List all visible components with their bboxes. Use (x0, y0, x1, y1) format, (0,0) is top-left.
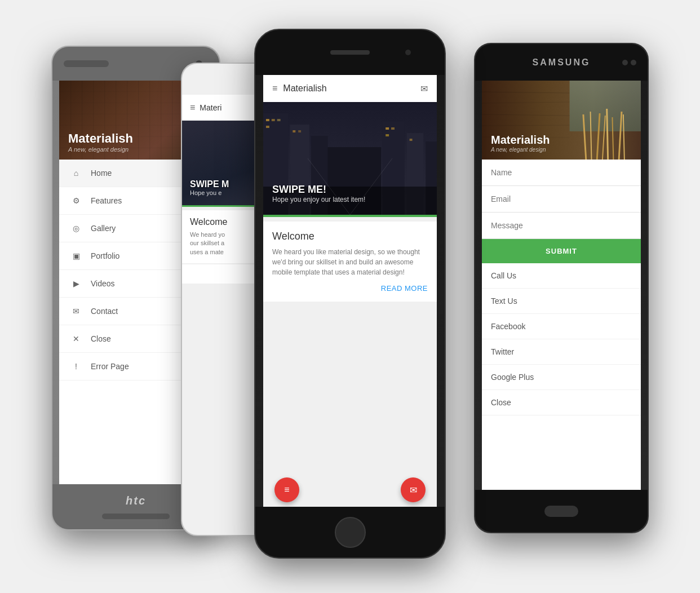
nav-videos-label: Videos (91, 279, 115, 288)
error-icon: ! (70, 361, 82, 372)
svg-rect-13 (298, 130, 301, 132)
iphone-screen: ≡ Materialish ✉ (263, 75, 437, 507)
svg-rect-14 (386, 127, 389, 130)
svg-rect-11 (277, 119, 281, 121)
bg-swipe-sub: Hope you e (190, 189, 229, 196)
email-field[interactable] (482, 186, 641, 213)
home-icon: ⌂ (70, 167, 82, 179)
message-field[interactable] (482, 213, 641, 239)
envelope-icon: ✉ (70, 306, 82, 317)
nav-features-label: Features (91, 196, 122, 205)
right-app-title: Materialish (491, 134, 632, 147)
welcome-text: We heard you like material design, so we… (272, 247, 428, 277)
bg-nav-title: Materi (200, 103, 221, 112)
slider-image: SWIPE ME! Hope you enjoy our latest item… (263, 102, 437, 215)
welcome-title: Welcome (272, 231, 428, 242)
nav-gallery-label: Gallery (91, 224, 116, 233)
samsung-cam-dot2 (631, 60, 636, 65)
svg-rect-10 (266, 126, 269, 128)
iphone-speaker (330, 50, 370, 55)
center-hamburger-icon[interactable]: ≡ (272, 83, 277, 94)
nav-home-label: Home (91, 169, 112, 178)
read-more-link[interactable]: READ MORE (272, 284, 428, 293)
center-welcome-card: Welcome We heard you like material desig… (263, 222, 437, 302)
samsung-logo: SAMSUNG (533, 57, 591, 68)
svg-rect-9 (272, 119, 275, 121)
iphone-camera (405, 50, 411, 55)
iphone-top-bar (255, 30, 445, 75)
nav-contact-label: Contact (91, 307, 118, 316)
gear-icon: ⚙ (70, 195, 82, 206)
svg-rect-8 (266, 119, 269, 121)
contact-call[interactable]: Call Us (482, 263, 641, 289)
svg-rect-15 (391, 127, 395, 130)
iphone-bottom-bar (255, 507, 445, 557)
nav-error-label: Error Page (91, 362, 129, 371)
nav-close-label: Close (91, 334, 111, 343)
contact-close[interactable]: Close (482, 390, 641, 415)
portfolio-icon: ▣ (70, 250, 82, 262)
samsung-bottom-bar (475, 490, 648, 532)
swipe-me-subtitle: Hope you enjoy our latest item! (272, 196, 365, 203)
svg-rect-12 (293, 130, 295, 132)
submit-button[interactable]: SUBMIT (482, 239, 641, 263)
htc-logo: htc (126, 494, 146, 507)
phone-center: ≡ Materialish ✉ (254, 29, 446, 559)
nav-portfolio-label: Portfolio (91, 251, 119, 260)
slider-overlay: SWIPE ME! Hope you enjoy our latest item… (272, 184, 365, 203)
center-nav-title: Materialish (283, 83, 326, 94)
contact-text[interactable]: Text Us (482, 289, 641, 314)
fab-menu[interactable]: ≡ (274, 477, 299, 502)
close-icon: ✕ (70, 333, 82, 344)
fab-email[interactable]: ✉ (401, 477, 426, 502)
samsung-screen: Materialish A new, elegant design SUBM (482, 81, 641, 490)
right-app-subtitle: A new, elegant design (491, 147, 632, 153)
svg-rect-16 (386, 134, 389, 136)
center-envelope-icon[interactable]: ✉ (420, 83, 428, 94)
phone-right: SAMSUNG (474, 43, 649, 533)
name-field[interactable] (482, 160, 641, 186)
fab-container: ≡ ✉ (263, 473, 437, 507)
video-icon: ▶ (70, 278, 82, 289)
samsung-camera-area (622, 60, 636, 65)
contact-googleplus[interactable]: Google Plus (482, 365, 641, 390)
bg-hamburger-icon: ≡ (190, 103, 195, 113)
email-input[interactable] (491, 194, 632, 203)
samsung-home-button[interactable] (544, 506, 578, 517)
center-top-nav: ≡ Materialish ✉ (263, 75, 437, 102)
htc-speaker (64, 60, 109, 67)
name-input[interactable] (491, 168, 632, 177)
samsung-cam-dot1 (622, 60, 628, 65)
htc-bottom-speaker (102, 514, 170, 519)
slider-indicator (263, 215, 437, 217)
message-input[interactable] (491, 221, 632, 230)
center-slider-card: SWIPE ME! Hope you enjoy our latest item… (263, 102, 437, 217)
samsung-top-bar: SAMSUNG (475, 44, 648, 81)
right-header-bg: Materialish A new, elegant design (482, 81, 641, 160)
bg-swipe-title: SWIPE M (190, 179, 229, 189)
iphone-home-button[interactable] (335, 517, 366, 548)
svg-rect-17 (410, 139, 413, 141)
scene: Materialish A new, elegant design ⌂ Home… (40, 29, 660, 564)
camera-icon: ◎ (70, 223, 82, 234)
swipe-me-title: SWIPE ME! (272, 184, 365, 196)
contact-facebook[interactable]: Facebook (482, 314, 641, 339)
contact-twitter[interactable]: Twitter (482, 339, 641, 365)
